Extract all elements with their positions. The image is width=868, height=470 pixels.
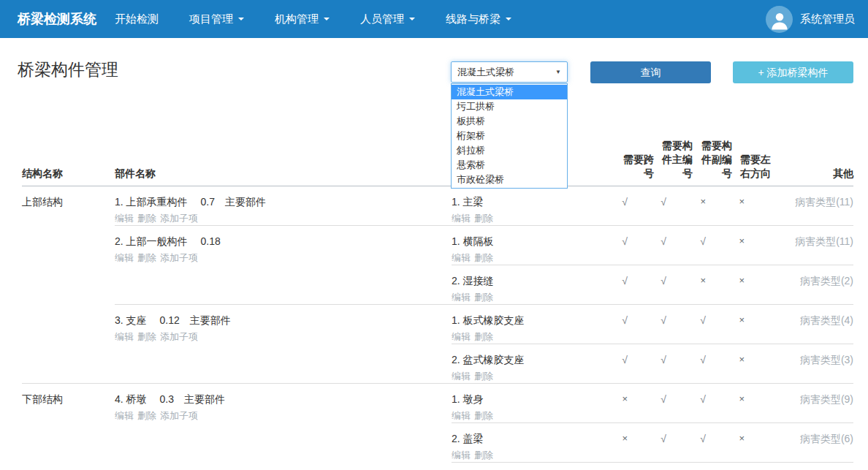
disease-type-link[interactable]: 病害类型(9) bbox=[771, 393, 853, 422]
delete-link[interactable]: 删除 bbox=[474, 330, 493, 344]
need-sub-no-mark: × bbox=[693, 275, 732, 304]
dropdown-option[interactable]: 斜拉桥 bbox=[452, 143, 567, 158]
need-left-right-mark: × bbox=[732, 433, 771, 462]
need-span-mark: √ bbox=[599, 196, 654, 225]
dropdown-option[interactable]: 混凝土式梁桥 bbox=[452, 85, 567, 99]
need-main-no-mark: √ bbox=[654, 433, 693, 462]
nav-item-lines-and-bridges[interactable]: 线路与桥梁 bbox=[430, 0, 527, 38]
delete-link[interactable]: 删除 bbox=[137, 409, 156, 422]
part-cell: 3. 支座0.12主要部件编辑删除添加子项 bbox=[115, 305, 452, 383]
query-button[interactable]: 查询 bbox=[590, 61, 711, 83]
dropdown-option[interactable]: 板拱桥 bbox=[452, 114, 567, 129]
edit-link[interactable]: 编辑 bbox=[452, 330, 471, 344]
disease-type-link[interactable]: 病害类型(11) bbox=[771, 235, 853, 265]
need-left-right-mark: × bbox=[732, 314, 771, 344]
edit-link[interactable]: 编辑 bbox=[115, 409, 134, 422]
part-cell: 4. 桥墩0.3主要部件编辑删除添加子项 bbox=[115, 384, 452, 470]
need-sub-no-mark: √ bbox=[693, 354, 732, 383]
nav-item-personnel-management[interactable]: 人员管理 bbox=[345, 0, 430, 38]
delete-link[interactable]: 删除 bbox=[137, 330, 156, 344]
edit-link[interactable]: 编辑 bbox=[115, 251, 134, 265]
edit-link[interactable]: 编辑 bbox=[452, 370, 471, 383]
component-name: 1. 墩身 bbox=[452, 393, 599, 406]
bridge-type-select[interactable]: 混凝土式梁桥 ▼ bbox=[451, 61, 568, 83]
disease-type-link[interactable]: 病害类型(2) bbox=[771, 275, 853, 304]
delete-link[interactable]: 删除 bbox=[474, 370, 493, 383]
need-sub-no-mark: √ bbox=[693, 235, 732, 265]
component-cell: 2. 湿接缝编辑删除 bbox=[452, 275, 599, 304]
add-bridge-component-button[interactable]: + 添加桥梁构件 bbox=[733, 61, 853, 83]
part-weight: 0.12 bbox=[160, 314, 180, 327]
edit-link[interactable]: 编辑 bbox=[452, 449, 471, 462]
component-row: 3. 系梁编辑删除×√√×病害类型(6) bbox=[452, 462, 853, 470]
add_child-link[interactable]: 添加子项 bbox=[160, 212, 198, 225]
structure-name: 下部结构 bbox=[22, 384, 115, 470]
edit-link[interactable]: 编辑 bbox=[452, 291, 471, 304]
chevron-down-icon bbox=[506, 18, 511, 20]
part-name: 1. 上部承重构件 bbox=[115, 196, 188, 209]
add_child-link[interactable]: 添加子项 bbox=[160, 251, 198, 265]
chevron-down-icon bbox=[409, 18, 415, 20]
nav-menu: 开始检测 项目管理 机构管理 人员管理 线路与桥梁 bbox=[99, 0, 527, 38]
disease-type-link[interactable]: 病害类型(6) bbox=[771, 433, 853, 462]
edit-link[interactable]: 编辑 bbox=[115, 330, 134, 344]
row-actions: 编辑删除 bbox=[452, 212, 599, 225]
delete-link[interactable]: 删除 bbox=[137, 251, 156, 265]
component-name: 2. 盆式橡胶支座 bbox=[452, 354, 599, 367]
edit-link[interactable]: 编辑 bbox=[452, 212, 471, 225]
components-column: 1. 横隔板编辑删除√√√×病害类型(11)2. 湿接缝编辑删除√√××病害类型… bbox=[452, 226, 853, 304]
component-cell: 1. 板式橡胶支座编辑删除 bbox=[452, 314, 599, 344]
need-main-no-mark: √ bbox=[654, 393, 693, 422]
component-row: 1. 板式橡胶支座编辑删除√√√×病害类型(4) bbox=[452, 305, 853, 344]
dropdown-option[interactable]: 圬工拱桥 bbox=[452, 99, 567, 114]
header-structure-name: 结构名称 bbox=[22, 167, 115, 181]
need-left-right-mark: × bbox=[732, 393, 771, 422]
delete-link[interactable]: 删除 bbox=[474, 291, 493, 304]
dropdown-option[interactable]: 桁架桥 bbox=[452, 129, 567, 143]
delete-link[interactable]: 删除 bbox=[474, 212, 493, 225]
need-span-mark: √ bbox=[599, 354, 654, 383]
edit-link[interactable]: 编辑 bbox=[452, 409, 471, 422]
delete-link[interactable]: 删除 bbox=[474, 251, 493, 265]
disease-type-link[interactable]: 病害类型(3) bbox=[771, 354, 853, 383]
header-need-main-no: 需要构件主编号 bbox=[654, 139, 693, 181]
header-need-span-no: 需要跨号 bbox=[599, 153, 654, 181]
delete-link[interactable]: 删除 bbox=[137, 212, 156, 225]
component-row: 2. 盖梁编辑删除×√√×病害类型(6) bbox=[452, 422, 853, 462]
component-row: 1. 主梁编辑删除√√××病害类型(11) bbox=[452, 186, 853, 225]
row-actions: 编辑删除 bbox=[452, 330, 599, 344]
nav-item-start-detection[interactable]: 开始检测 bbox=[99, 0, 174, 38]
need-left-right-mark: × bbox=[732, 196, 771, 225]
disease-type-link[interactable]: 病害类型(4) bbox=[771, 314, 853, 344]
part-name: 3. 支座 bbox=[115, 314, 147, 327]
row-actions: 编辑删除 bbox=[452, 370, 599, 383]
row-actions: 编辑删除添加子项 bbox=[115, 330, 452, 344]
component-name: 2. 湿接缝 bbox=[452, 275, 599, 288]
structure-group: 上部结构1. 上部承重构件0.7主要部件编辑删除添加子项1. 主梁编辑删除√√×… bbox=[22, 186, 853, 383]
nav-item-project-management[interactable]: 项目管理 bbox=[174, 0, 259, 38]
delete-link[interactable]: 删除 bbox=[474, 409, 493, 422]
need-left-right-mark: × bbox=[732, 354, 771, 383]
dropdown-option[interactable]: 悬索桥 bbox=[452, 158, 567, 173]
add_child-link[interactable]: 添加子项 bbox=[160, 409, 198, 422]
component-row: 2. 湿接缝编辑删除√√××病害类型(2) bbox=[452, 265, 853, 304]
dropdown-option[interactable]: 市政砼梁桥 bbox=[452, 173, 567, 187]
disease-type-link[interactable]: 病害类型(11) bbox=[771, 196, 853, 225]
current-user-name: 系统管理员 bbox=[800, 12, 855, 26]
part-cell: 1. 上部承重构件0.7主要部件编辑删除添加子项 bbox=[115, 186, 452, 225]
user-avatar[interactable] bbox=[766, 6, 793, 33]
edit-link[interactable]: 编辑 bbox=[452, 251, 471, 265]
header-part-name: 部件名称 bbox=[115, 167, 452, 181]
add_child-link[interactable]: 添加子项 bbox=[160, 330, 198, 344]
nav-item-org-management[interactable]: 机构管理 bbox=[259, 0, 345, 38]
chevron-down-icon bbox=[324, 18, 330, 20]
app-brand[interactable]: 桥梁检测系统 bbox=[18, 10, 96, 28]
row-actions: 编辑删除 bbox=[452, 409, 599, 422]
component-name: 1. 横隔板 bbox=[452, 235, 599, 249]
component-name: 2. 盖梁 bbox=[452, 433, 599, 446]
components-column: 1. 主梁编辑删除√√××病害类型(11) bbox=[452, 186, 853, 225]
delete-link[interactable]: 删除 bbox=[474, 449, 493, 462]
need-sub-no-mark: √ bbox=[693, 393, 732, 422]
nav-item-label: 人员管理 bbox=[360, 12, 404, 26]
edit-link[interactable]: 编辑 bbox=[115, 212, 134, 225]
